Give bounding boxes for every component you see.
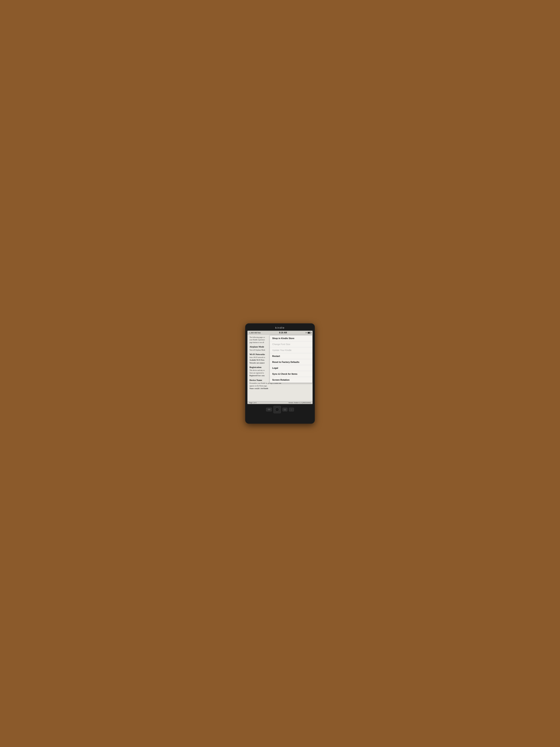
home-button[interactable] (289, 408, 294, 411)
nav-button[interactable] (273, 406, 281, 413)
page-indicator: Page 1 of 4 (249, 402, 257, 404)
kindle-screen: 1,368 MB free 8:16 AM ✈ The following pa… (247, 331, 313, 404)
menu-item-rotation[interactable]: Screen Rotation (270, 377, 312, 383)
version-info: Version: Kindle 4.1.3 (2692310002) (288, 402, 311, 404)
menu-item-shop[interactable]: Shop in Kindle Store (270, 335, 312, 341)
menu-item-legal[interactable]: Legal (270, 365, 312, 371)
airplane-icon: ✈ (305, 332, 307, 334)
battery-icon (308, 332, 311, 334)
clock: 8:16 AM (279, 332, 287, 334)
device-name-value: Name: octa2k's 3rd Kindle (249, 387, 311, 390)
status-bar: 1,368 MB free 8:16 AM ✈ (247, 331, 313, 335)
kindle-brand-label: kindle (247, 326, 313, 331)
scene: kindle 1,368 MB free 8:16 AM ✈ The follo… (237, 316, 323, 431)
menu-item-restart[interactable]: Restart (270, 353, 312, 359)
storage-indicator: 1,368 MB free (249, 332, 261, 334)
menu-item-sync[interactable]: Sync & Check for Items (270, 371, 312, 377)
battery-fill (308, 332, 310, 333)
bottom-bar: Page 1 of 4 Version: Kindle 4.1.3 (26923… (247, 401, 313, 404)
menu-item-reset[interactable]: Reset to Factory Defaults (270, 359, 312, 365)
keyboard-button[interactable] (266, 408, 272, 411)
menu-button[interactable] (283, 408, 287, 411)
nav-center[interactable] (275, 408, 279, 412)
kindle-buttons (247, 404, 313, 414)
device-name-body2: appears on the Home page. (249, 385, 311, 387)
menu-item-update: Update Your Kindle (270, 347, 312, 353)
menu-item-font: Change Font Size (270, 341, 312, 347)
status-icons: ✈ (305, 332, 311, 334)
kindle-device: kindle 1,368 MB free 8:16 AM ✈ The follo… (245, 323, 315, 424)
dropdown-menu: Shop in Kindle Store Change Font Size Up… (270, 335, 313, 383)
